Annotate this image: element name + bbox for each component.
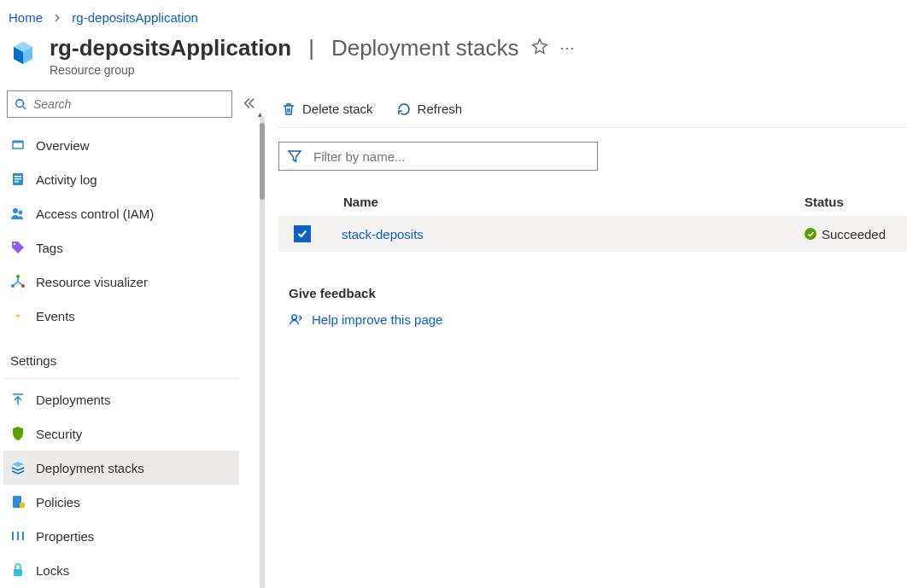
svg-point-14 bbox=[292, 315, 297, 320]
svg-point-8 bbox=[16, 275, 20, 278]
svg-rect-3 bbox=[15, 178, 21, 180]
nav-label: Events bbox=[36, 309, 75, 323]
sidebar-item-resource-visualizer[interactable]: Resource visualizer bbox=[3, 265, 239, 299]
nav-label: Resource visualizer bbox=[36, 275, 148, 289]
breadcrumb-item-home[interactable]: Home bbox=[9, 10, 43, 25]
sidebar-search-input[interactable] bbox=[33, 97, 225, 111]
nav-label: Overview bbox=[36, 138, 90, 153]
svg-point-7 bbox=[14, 243, 15, 245]
column-header-status[interactable]: Status bbox=[805, 195, 907, 209]
deployments-icon bbox=[10, 392, 26, 407]
toolbar: Delete stack Refresh bbox=[278, 90, 907, 128]
activity-log-icon bbox=[10, 172, 26, 187]
properties-icon bbox=[10, 528, 26, 544]
sidebar-item-events[interactable]: Events bbox=[3, 299, 239, 333]
table-header: Name Status bbox=[278, 189, 907, 216]
feedback-label: Help improve this page bbox=[312, 312, 442, 327]
filter-icon bbox=[288, 149, 301, 163]
nav-label: Locks bbox=[36, 563, 69, 578]
sidebar: Overview Activity log Access control (IA… bbox=[0, 90, 239, 588]
more-button[interactable]: ··· bbox=[560, 39, 576, 57]
svg-rect-12 bbox=[20, 503, 25, 508]
sidebar-item-properties[interactable]: Properties bbox=[3, 519, 239, 553]
delete-stack-button[interactable]: Delete stack bbox=[282, 102, 373, 116]
breadcrumb-item-resource-group[interactable]: rg-depositsApplication bbox=[72, 10, 198, 25]
feedback-title: Give feedback bbox=[289, 286, 907, 300]
search-icon bbox=[15, 98, 26, 110]
svg-rect-13 bbox=[14, 569, 22, 576]
toolbar-label: Refresh bbox=[418, 102, 463, 116]
sidebar-search[interactable] bbox=[7, 90, 232, 118]
page-title: rg-depositsApplication bbox=[50, 35, 291, 61]
sidebar-item-tags[interactable]: Tags bbox=[3, 230, 239, 265]
nav-label: Security bbox=[36, 427, 82, 441]
resource-visualizer-icon bbox=[10, 274, 26, 289]
sidebar-item-deployment-stacks[interactable]: Deployment stacks bbox=[3, 451, 239, 485]
trash-icon bbox=[282, 102, 296, 116]
sidebar-item-overview[interactable]: Overview bbox=[3, 128, 239, 162]
svg-point-0 bbox=[16, 100, 24, 108]
events-icon bbox=[10, 308, 26, 323]
sidebar-item-security[interactable]: Security bbox=[3, 416, 239, 451]
stack-name-link[interactable]: stack-deposits bbox=[342, 227, 805, 242]
svg-point-6 bbox=[19, 211, 23, 215]
resource-group-icon bbox=[9, 38, 38, 67]
nav-label: Policies bbox=[36, 495, 80, 509]
sidebar-item-deployments[interactable]: Deployments bbox=[3, 382, 239, 416]
page-header: rg-depositsApplication | Deployment stac… bbox=[0, 30, 907, 90]
filter-input[interactable] bbox=[313, 149, 588, 164]
favorite-button[interactable] bbox=[531, 38, 548, 59]
overview-icon bbox=[10, 137, 26, 153]
nav-label: Tags bbox=[36, 241, 63, 255]
chevron-right-icon bbox=[46, 13, 68, 25]
sidebar-item-activity-log[interactable]: Activity log bbox=[3, 162, 239, 196]
nav-label: Properties bbox=[36, 529, 94, 544]
nav-label: Activity log bbox=[36, 172, 97, 187]
filter-box[interactable] bbox=[278, 142, 598, 171]
sidebar-item-locks[interactable]: Locks bbox=[3, 553, 239, 587]
page-type-label: Resource group bbox=[50, 63, 576, 77]
access-control-icon bbox=[10, 206, 26, 221]
refresh-button[interactable]: Refresh bbox=[397, 102, 463, 116]
shield-icon bbox=[10, 426, 26, 441]
refresh-icon bbox=[397, 102, 411, 116]
policies-icon bbox=[10, 494, 26, 509]
status-cell: Succeeded bbox=[805, 227, 907, 242]
sidebar-item-policies[interactable]: Policies bbox=[3, 485, 239, 519]
check-icon bbox=[296, 228, 308, 240]
table-row[interactable]: stack-deposits Succeeded bbox=[278, 216, 907, 252]
deployment-stacks-icon bbox=[10, 460, 26, 475]
row-checkbox[interactable] bbox=[294, 225, 311, 242]
sidebar-item-access-control[interactable]: Access control (IAM) bbox=[3, 196, 239, 230]
tags-icon bbox=[10, 240, 26, 255]
feedback-icon bbox=[289, 312, 303, 327]
status-label: Succeeded bbox=[822, 227, 886, 242]
sidebar-section-settings: Settings bbox=[3, 333, 239, 379]
column-header-name[interactable]: Name bbox=[343, 195, 805, 209]
svg-rect-2 bbox=[15, 176, 21, 178]
lock-icon bbox=[10, 562, 26, 578]
nav-label: Deployments bbox=[36, 393, 111, 407]
page-section: Deployment stacks bbox=[331, 35, 519, 61]
success-icon bbox=[805, 228, 816, 240]
feedback-link[interactable]: Help improve this page bbox=[289, 312, 907, 327]
breadcrumb: Home rg-depositsApplication bbox=[0, 0, 907, 30]
collapse-sidebar-button[interactable] bbox=[243, 97, 255, 112]
nav-label: Access control (IAM) bbox=[36, 207, 154, 221]
toolbar-label: Delete stack bbox=[302, 102, 373, 116]
svg-point-5 bbox=[13, 208, 18, 213]
svg-rect-4 bbox=[15, 181, 19, 183]
nav-label: Deployment stacks bbox=[36, 461, 144, 475]
main-panel: Delete stack Refresh Name Status stack-d… bbox=[273, 90, 907, 588]
sidebar-scrollbar-thumb[interactable] bbox=[260, 123, 265, 200]
